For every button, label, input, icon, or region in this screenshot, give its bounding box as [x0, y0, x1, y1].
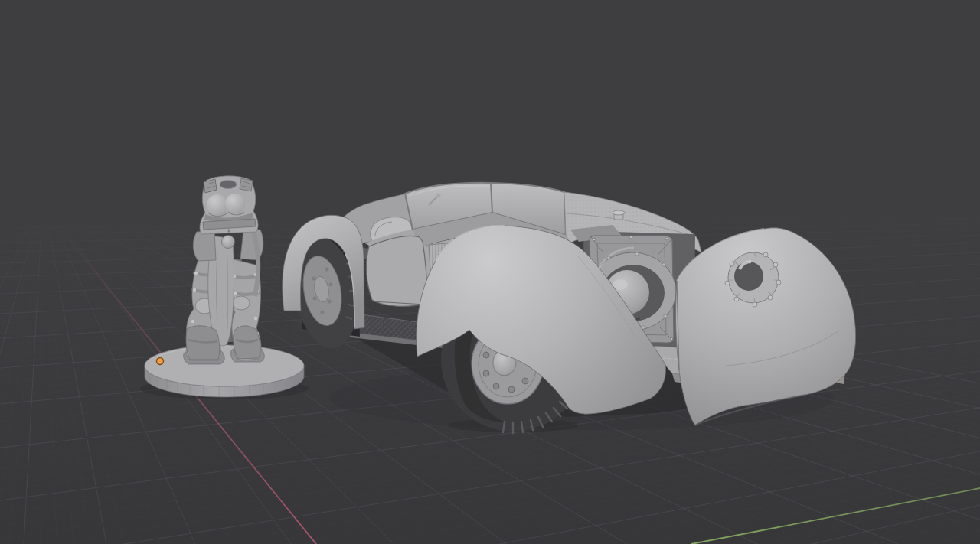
- car-door: [367, 236, 427, 307]
- car-porthole-hole: [734, 262, 763, 291]
- figurine-navel: [228, 230, 230, 233]
- figurine-bust: [207, 194, 228, 216]
- figurine-knee-right: [233, 296, 250, 310]
- viewport-canvas[interactable]: [0, 0, 980, 544]
- figurine-tasset-left: [193, 231, 216, 261]
- viewport-3d[interactable]: [0, 0, 980, 544]
- figurine-strap-right: [240, 178, 253, 191]
- car-radiator-cap: [612, 210, 625, 220]
- figurine-bust: [225, 194, 245, 213]
- figurine-buckle: [222, 236, 235, 249]
- object-origin-marker[interactable]: [157, 358, 164, 365]
- figurine-base: [145, 345, 304, 397]
- car-mirror: [437, 194, 441, 197]
- figurine-neck-socket: [220, 181, 237, 189]
